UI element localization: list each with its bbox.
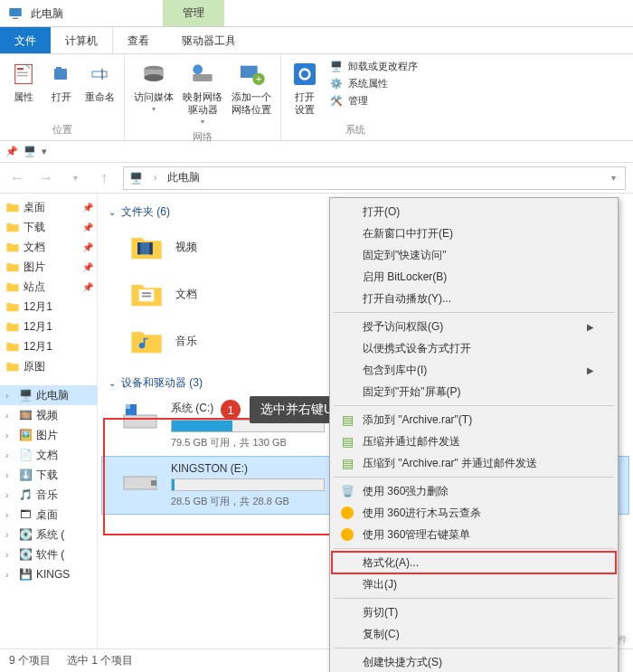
collapse-icon[interactable]: ⌄ <box>109 378 116 388</box>
menu-item[interactable]: 在新窗口中打开(E) <box>332 222 616 244</box>
expand-icon[interactable]: › <box>5 470 14 480</box>
tree-item[interactable]: ›💽系统 ( <box>0 525 97 544</box>
rar-icon: ▤ <box>339 433 355 450</box>
tab-computer[interactable]: 计算机 <box>51 27 113 53</box>
tree-item[interactable]: ›🖥️此电脑 <box>0 385 97 405</box>
btn-map-network[interactable]: 映射网络 驱动器 ▾ <box>179 56 226 128</box>
menu-item[interactable]: 使用 360管理右键菜单 <box>332 524 616 545</box>
pc-mini-icon[interactable]: 🖥️ <box>24 146 36 157</box>
menu-item[interactable]: 弹出(J) <box>332 573 616 595</box>
menu-item[interactable]: 打开(O) <box>332 201 616 222</box>
tree-item[interactable]: 12月1 <box>0 336 97 356</box>
tree-item[interactable]: ›🗔桌面 <box>0 505 97 525</box>
tab-drive-tools[interactable]: 驱动器工具 <box>167 27 250 53</box>
tree-item[interactable]: 图片📌 <box>0 257 97 277</box>
menu-item[interactable]: 固定到"开始"屏幕(P) <box>332 381 616 402</box>
expand-icon[interactable]: › <box>5 450 14 460</box>
tree-item[interactable]: ›💽软件 ( <box>0 544 97 564</box>
btn-manage[interactable]: 🛠️管理 <box>330 94 418 108</box>
pin-icon[interactable]: 📌 <box>5 146 18 157</box>
menu-separator <box>334 312 614 313</box>
chevron-down-icon[interactable]: ▾ <box>608 173 619 183</box>
menu-label: 添加到 "Archive.rar"(T) <box>363 412 472 428</box>
titlebar: 此电脑 管理 <box>0 0 633 27</box>
ribbon: 属性 打开 重命名 位置 访问媒体 ▾ 映射网络 驱动器 ▾ <box>0 54 633 141</box>
context-menu[interactable]: 打开(O)在新窗口中打开(E)固定到"快速访问"启用 BitLocker(B)打… <box>329 197 619 672</box>
music-folder-icon <box>128 323 165 359</box>
group-label: 网络 <box>130 128 275 147</box>
menu-item[interactable]: 格式化(A)... <box>332 552 616 573</box>
tree-label: KINGS <box>36 568 70 581</box>
tree-item[interactable]: ›💾KINGS <box>0 564 97 584</box>
navigation-pane[interactable]: 桌面📌下载📌文档📌图片📌站点📌12月112月112月1原图 ›🖥️此电脑›🎞️视… <box>0 194 98 648</box>
expand-icon[interactable]: › <box>5 431 14 440</box>
back-button[interactable]: ← <box>7 168 27 188</box>
tree-item[interactable]: 站点📌 <box>0 277 97 297</box>
expand-icon[interactable]: › <box>5 510 14 520</box>
expand-icon[interactable]: › <box>5 411 14 421</box>
expand-icon[interactable]: › <box>5 391 14 401</box>
music-icon: 🎵 <box>18 487 33 502</box>
tree-item[interactable]: 下载📌 <box>0 217 97 237</box>
tree-item[interactable]: ›🎵音乐 <box>0 485 97 505</box>
chevron-down-icon[interactable]: ▾ <box>42 146 47 157</box>
menu-item[interactable]: 以便携式设备方式打开 <box>332 337 616 359</box>
tree-item[interactable]: ›🖼️图片 <box>0 425 97 445</box>
btn-access-media[interactable]: 访问媒体 ▾ <box>130 56 177 116</box>
tab-view[interactable]: 查看 <box>113 27 164 53</box>
svg-text:+: + <box>256 73 261 84</box>
menu-item[interactable]: 复制(C) <box>332 623 616 645</box>
menu-label: 复制(C) <box>363 627 400 642</box>
expand-icon[interactable]: › <box>5 490 14 500</box>
chevron-right-icon[interactable]: › <box>150 173 160 183</box>
callout-number: 1 <box>221 400 241 420</box>
menu-item[interactable]: ▤添加到 "Archive.rar"(T) <box>332 409 616 431</box>
menu-item[interactable]: ▤压缩并通过邮件发送 <box>332 431 616 452</box>
btn-sys-props[interactable]: ⚙️系统属性 <box>330 77 418 90</box>
tree-item[interactable]: ›⬇️下载 <box>0 465 97 485</box>
tree-item[interactable]: 桌面📌 <box>0 197 97 217</box>
ribbon-group-network: 访问媒体 ▾ 映射网络 驱动器 ▾ + 添加一个 网络位置 网络 <box>125 54 281 140</box>
ribbon-tabs: 文件 计算机 查看 驱动器工具 <box>0 27 633 54</box>
up-button[interactable]: ↑ <box>94 168 114 188</box>
tab-file[interactable]: 文件 <box>0 27 51 53</box>
forward-button[interactable]: → <box>36 168 56 188</box>
btn-open-settings[interactable]: 打开 设置 <box>287 56 323 116</box>
svg-rect-28 <box>126 404 130 409</box>
menu-item[interactable]: 固定到"快速访问" <box>332 244 616 266</box>
expand-icon[interactable]: › <box>5 550 14 560</box>
tree-item[interactable]: 文档📌 <box>0 237 97 257</box>
menu-item[interactable]: 🗑️使用 360强力删除 <box>332 480 616 502</box>
menu-label: 包含到库中(I) <box>363 363 427 378</box>
tree-item[interactable]: 原图 <box>0 356 97 376</box>
tree-item[interactable]: ›🎞️视频 <box>0 405 97 425</box>
btn-uninstall[interactable]: 🖥️卸载或更改程序 <box>330 60 418 73</box>
btn-properties[interactable]: 属性 <box>5 56 42 103</box>
expand-icon[interactable]: › <box>5 530 14 540</box>
btn-add-location[interactable]: + 添加一个 网络位置 <box>228 56 275 116</box>
svg-rect-30 <box>151 480 156 486</box>
menu-item[interactable]: ▤压缩到 "Archive.rar" 并通过邮件发送 <box>332 452 616 474</box>
menu-item[interactable]: 包含到库中(I)▶ <box>332 359 616 381</box>
tree-item[interactable]: 12月1 <box>0 297 97 317</box>
btn-open[interactable]: 打开 <box>43 56 80 103</box>
pin-icon: 📌 <box>82 262 93 272</box>
menu-item[interactable]: 授予访问权限(G)▶ <box>332 316 616 337</box>
breadcrumb[interactable]: 此电脑 <box>167 170 200 185</box>
tree-item[interactable]: 12月1 <box>0 317 97 336</box>
menu-item[interactable]: 剪切(T) <box>332 601 616 623</box>
menu-item[interactable]: 创建快捷方式(S) <box>332 651 616 672</box>
history-chevron-icon[interactable]: ▾ <box>65 168 85 188</box>
collapse-icon[interactable]: ⌄ <box>109 207 116 217</box>
tree-item[interactable]: ›📄文档 <box>0 445 97 465</box>
menu-item[interactable]: 打开自动播放(Y)... <box>332 288 616 309</box>
menu-item[interactable]: 使用 360进行木马云查杀 <box>332 502 616 524</box>
btn-rename[interactable]: 重命名 <box>81 56 118 103</box>
open-icon <box>47 60 76 89</box>
contextual-tab-manage[interactable]: 管理 <box>163 0 224 26</box>
address-bar[interactable]: 🖥️ › 此电脑 ▾ <box>123 166 626 190</box>
menu-separator <box>334 405 614 406</box>
menu-item[interactable]: 启用 BitLocker(B) <box>332 266 616 288</box>
expand-icon[interactable]: › <box>5 570 14 580</box>
label: 映射网络 驱动器 <box>183 90 222 116</box>
